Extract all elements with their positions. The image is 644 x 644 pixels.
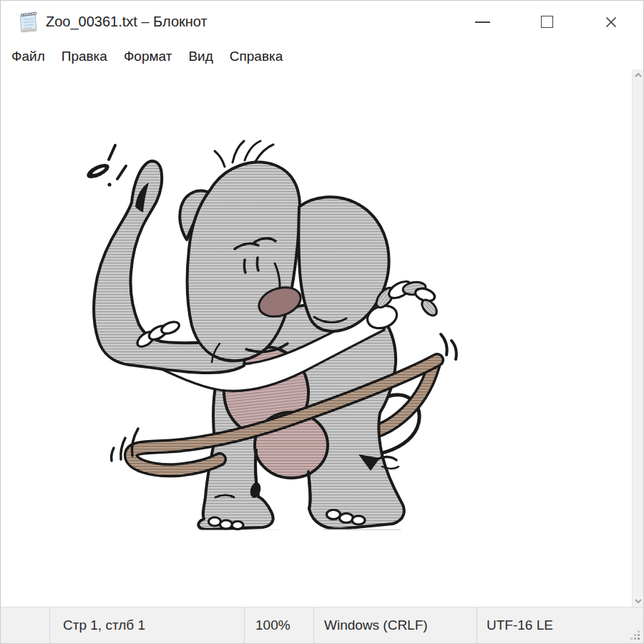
status-cursor-position: Стр 1, стлб 1: [49, 608, 244, 643]
window-controls: [450, 1, 643, 43]
minimize-icon: [475, 21, 490, 23]
menu-bar: Файл Правка Формат Вид Справка: [1, 43, 643, 69]
resize-grip[interactable]: [630, 630, 641, 641]
close-button[interactable]: [579, 1, 643, 43]
minimize-button[interactable]: [450, 1, 514, 43]
menu-item-format[interactable]: Формат: [120, 47, 176, 67]
title-bar[interactable]: Zoo_00361.txt – Блокнот: [1, 1, 643, 43]
notepad-icon: [18, 10, 39, 34]
status-encoding: UTF-16 LE: [477, 608, 643, 643]
menu-item-help[interactable]: Справка: [226, 47, 287, 67]
vertical-scrollbar[interactable]: [632, 69, 643, 607]
status-zoom-level: 100%: [244, 608, 313, 643]
chevron-up-icon[interactable]: [633, 71, 643, 79]
maximize-icon: [541, 16, 553, 28]
menu-item-view[interactable]: Вид: [185, 47, 216, 67]
status-bar: Стр 1, стлб 1 100% Windows (CRLF) UTF-16…: [1, 607, 643, 643]
close-icon: [604, 15, 618, 29]
status-empty-cell: [1, 608, 49, 643]
chevron-down-icon[interactable]: [633, 597, 643, 605]
menu-item-file[interactable]: Файл: [8, 47, 49, 67]
maximize-button[interactable]: [514, 1, 579, 43]
trunk-tip-marks: [84, 145, 126, 187]
menu-item-edit[interactable]: Правка: [58, 47, 111, 67]
window-title: Zoo_00361.txt – Блокнот: [46, 14, 208, 30]
status-line-ending: Windows (CRLF): [313, 608, 477, 643]
notepad-window: Zoo_00361.txt – Блокнот Файл Правка Форм…: [0, 0, 644, 644]
text-editor-area[interactable]: [1, 69, 643, 607]
elephant-artwork: [72, 137, 459, 530]
motion-marks-right: [441, 334, 457, 359]
